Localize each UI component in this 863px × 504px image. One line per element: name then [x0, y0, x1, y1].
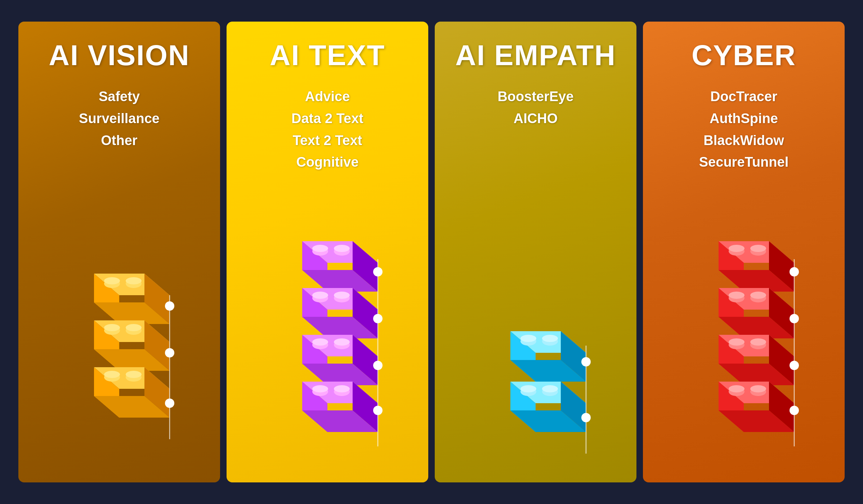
svg-point-6	[104, 277, 120, 284]
text-items: AdviceData 2 TextText 2 TextCognitive	[291, 86, 363, 173]
svg-point-35	[334, 245, 350, 252]
svg-point-14	[104, 324, 120, 331]
svg-point-43	[334, 292, 350, 299]
vision-lego-area	[29, 162, 209, 468]
svg-point-25	[165, 301, 174, 311]
svg-point-15	[126, 324, 142, 331]
svg-point-59	[334, 385, 350, 392]
svg-point-72	[542, 335, 558, 342]
svg-point-90	[729, 245, 744, 252]
svg-point-91	[750, 245, 766, 252]
svg-point-26	[165, 348, 174, 357]
svg-point-114	[729, 385, 744, 392]
svg-point-115	[750, 385, 766, 392]
svg-point-106	[729, 338, 744, 346]
svg-point-23	[126, 371, 142, 378]
cyber-title: CYBER	[692, 40, 796, 71]
svg-point-107	[750, 338, 766, 346]
cyber-lego-area	[654, 184, 834, 468]
svg-point-117	[790, 267, 799, 276]
svg-point-82	[581, 357, 591, 366]
svg-point-22	[104, 371, 120, 378]
svg-point-120	[790, 406, 799, 415]
svg-point-98	[729, 292, 744, 299]
svg-point-80	[542, 385, 558, 392]
svg-point-71	[520, 335, 536, 342]
svg-point-50	[312, 338, 328, 346]
svg-point-34	[312, 245, 328, 252]
svg-point-63	[373, 361, 383, 370]
vision-items: SafetySurveillanceOther	[79, 86, 160, 151]
empath-title: AI EMPATH	[455, 40, 616, 71]
cyber-lego-svg	[683, 238, 805, 468]
text-lego-svg	[266, 238, 389, 468]
empath-lego-area	[446, 140, 626, 468]
text-title: AI TEXT	[270, 40, 385, 71]
card-vision: AI VISION SafetySurveillanceOther	[18, 22, 220, 482]
svg-point-64	[373, 406, 383, 415]
svg-point-58	[312, 385, 328, 392]
card-cyber: CYBER DocTracerAuthSpineBlackWidowSecure…	[643, 22, 845, 482]
cyber-items: DocTracerAuthSpineBlackWidowSecureTunnel	[699, 86, 788, 173]
text-lego-area	[237, 184, 417, 468]
svg-point-83	[581, 413, 591, 422]
card-text: AI TEXT AdviceData 2 TextText 2 TextCogn…	[227, 22, 428, 482]
vision-lego-svg	[58, 266, 180, 468]
svg-point-7	[126, 277, 142, 284]
svg-point-42	[312, 292, 328, 299]
svg-point-119	[790, 361, 799, 370]
svg-point-79	[520, 385, 536, 392]
svg-point-51	[334, 338, 350, 346]
vision-title: AI VISION	[49, 40, 189, 71]
empath-lego-svg	[474, 310, 597, 468]
svg-point-62	[373, 314, 383, 323]
svg-point-61	[373, 267, 383, 276]
svg-point-27	[165, 399, 174, 408]
svg-point-118	[790, 314, 799, 323]
empath-items: BoosterEyeAICHO	[497, 86, 573, 130]
card-empath: AI EMPATH BoosterEyeAICHO	[435, 22, 636, 482]
svg-point-99	[750, 292, 766, 299]
cards-container: AI VISION SafetySurveillanceOther	[8, 11, 855, 493]
